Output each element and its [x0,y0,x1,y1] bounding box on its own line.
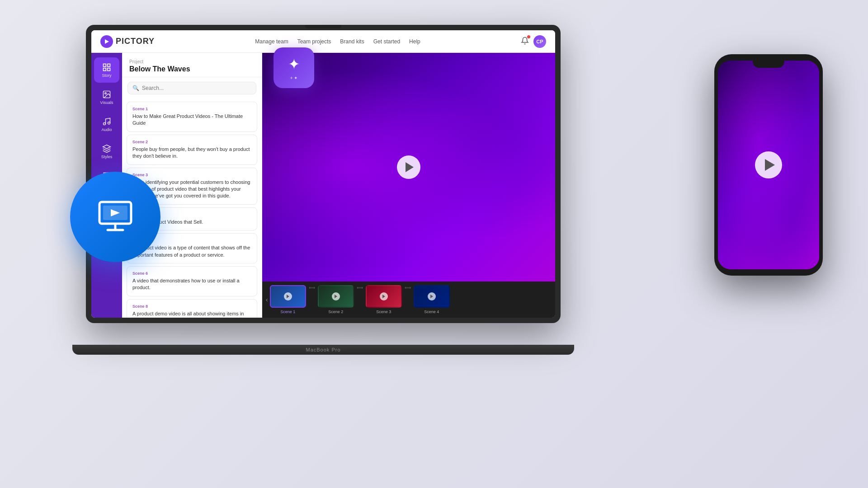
sidebar-item-styles[interactable]: Styles [94,139,119,164]
scene-number: Scene 8 [132,304,251,309]
phone-body [714,54,823,276]
thumb-play-icon [284,292,292,300]
project-title: Below The Waves [129,65,255,73]
scene-number: Scene 2 [132,140,251,144]
svg-point-6 [105,92,106,94]
timeline-prev-arrow[interactable]: ‹ [266,296,268,303]
scene-item[interactable]: Scene 2 People buy from people, but they… [127,135,257,165]
search-input[interactable] [142,85,251,91]
nav-actions: CP [521,35,546,48]
scene-text: A video that demonstrates how to use or … [132,277,251,291]
search-bar[interactable]: 🔍 [127,82,256,94]
scene-text: A product demo video is all about showin… [132,310,251,318]
timeline-scene-label: Scene 3 [376,310,391,314]
sidebar-visuals-label: Visuals [100,100,113,105]
sidebar-story-label: Story [102,73,111,78]
ai-sparkle-icon: ✦ [288,56,300,73]
svg-rect-4 [108,68,110,70]
visuals-icon [102,90,111,99]
svg-rect-1 [104,64,106,66]
thumb-play-triangle [382,295,385,298]
pictory-logo-icon [100,35,113,48]
timeline-scene-label: Scene 2 [328,310,343,314]
laptop-base: MacBook Pro [72,345,574,355]
sidebar-styles-label: Styles [101,155,113,159]
nav-logo: PICTORY [100,35,155,48]
timeline-thumb [270,285,306,308]
nav-get-started[interactable]: Get started [373,38,400,45]
search-icon: 🔍 [132,85,139,91]
notification-badge [527,35,530,38]
thumb-play-triangle [335,295,337,298]
bell-icon-wrap[interactable] [521,37,529,47]
presentation-icon-inner [95,197,136,237]
scene-text: A product video is a type of content tha… [132,244,251,258]
nav-links: Manage team Team projects Brand kits Get… [255,38,420,45]
laptop: PICTORY Manage team Team projects Brand … [86,25,561,355]
phone-play-button[interactable] [755,151,782,178]
timeline-scene[interactable]: Scene 1 [270,285,306,314]
scene-text: People buy from people, but they won't b… [132,146,251,160]
phone-screen [718,61,819,269]
svg-rect-2 [108,64,110,66]
timeline-thumb [414,285,450,308]
timeline-scene[interactable]: Scene 3 [366,285,402,314]
laptop-notch [305,25,341,28]
timeline-scenes: Scene 1 ⟺ Scene 2 ⟺ Scene 3 ⟺ Scene 4 [270,285,552,314]
nav-manage-team[interactable]: Manage team [255,38,288,45]
laptop-model: MacBook Pro [306,347,340,352]
nav-team-projects[interactable]: Team projects [297,38,331,45]
timeline-handle: ⟺ [309,285,315,314]
svg-point-8 [108,122,110,124]
play-triangle-icon [406,162,414,172]
sidebar-audio-label: Audio [101,127,112,132]
scene-number: Scene 3 [132,173,251,177]
presentation-screen-icon [95,197,136,237]
app-body: Story Visuals [91,53,555,318]
nav-brand-kits[interactable]: Brand kits [340,38,364,45]
phone-play-triangle [765,159,775,171]
scene-item[interactable]: Scene 8 A product demo video is all abou… [127,299,257,318]
scene-container: PICTORY Manage team Team projects Brand … [0,0,868,488]
laptop-screen: PICTORY Manage team Team projects Brand … [91,30,555,318]
nav-avatar[interactable]: CP [533,35,546,48]
timeline-scene[interactable]: Scene 4 [414,285,450,314]
scene-item[interactable]: Scene 1 How to Make Great Product Videos… [127,102,257,132]
scene-text: How to Make Great Product Videos - The U… [132,113,251,127]
sidebar-item-story[interactable]: Story [94,57,119,83]
svg-point-7 [104,122,106,125]
scene-number: Scene 6 [132,271,251,276]
thumb-play-icon [380,292,388,300]
logo-text: PICTORY [116,37,155,46]
laptop-body: PICTORY Manage team Team projects Brand … [86,25,561,323]
scene-item[interactable]: Scene 6 A video that demonstrates how to… [127,266,257,296]
app-nav: PICTORY Manage team Team projects Brand … [91,30,555,53]
nav-help[interactable]: Help [409,38,420,45]
audio-icon [102,117,111,126]
thumb-play-icon [332,292,340,300]
timeline-handle: ⟺ [357,285,363,314]
ai-plus-icon: + ✦ [290,75,298,80]
presentation-icon-circle [70,172,160,262]
timeline-scene-label: Scene 4 [424,310,439,314]
phone [714,54,823,280]
phone-notch [753,59,784,68]
timeline-handle: ⟺ [405,285,411,314]
thumb-play-icon [428,292,436,300]
panel-header: Project Below The Waves [122,53,262,77]
sidebar-item-audio[interactable]: Audio [94,112,119,137]
thumb-play-triangle [430,295,433,298]
video-area: ‹ Scene 1 ⟺ Scene 2 ⟺ [262,53,555,318]
svg-rect-3 [104,68,106,70]
ai-enhance-button[interactable]: ✦ + ✦ [274,47,314,88]
video-play-button[interactable] [397,155,420,179]
story-icon [102,63,111,72]
timeline-scene[interactable]: Scene 2 [318,285,354,314]
project-label: Project [129,59,255,64]
scene-number: Scene 1 [132,107,251,111]
sidebar-item-visuals[interactable]: Visuals [94,84,119,110]
timeline-thumb [366,285,402,308]
styles-icon [102,144,111,153]
timeline: ‹ Scene 1 ⟺ Scene 2 ⟺ [262,282,555,318]
thumb-play-triangle [287,295,289,298]
